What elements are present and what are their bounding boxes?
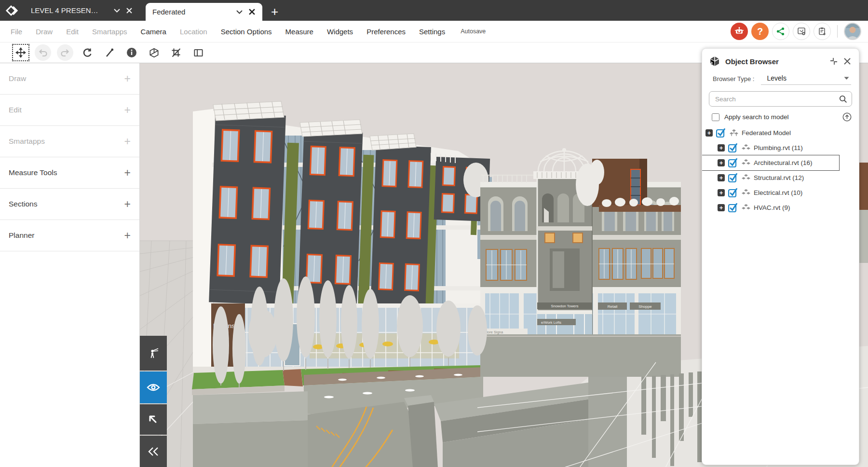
expand-node-icon[interactable]: + xyxy=(718,174,725,181)
tree-row-hvac[interactable]: + HVAC.rvt (9) xyxy=(702,200,859,215)
menu-section-options[interactable]: Section Options xyxy=(221,27,272,36)
expand-plus-icon: + xyxy=(124,135,131,148)
walk-mode-icon[interactable] xyxy=(140,336,167,371)
share-icon[interactable] xyxy=(772,23,789,40)
object-browser-header: Object Browser xyxy=(702,49,859,72)
tree-row-structural[interactable]: + Structural.rvt (12) xyxy=(702,170,859,185)
chevron-down-icon[interactable] xyxy=(235,8,243,16)
undo-icon[interactable] xyxy=(35,44,51,61)
menu-settings[interactable]: Settings xyxy=(419,27,445,36)
search-input[interactable] xyxy=(715,96,839,103)
expand-plus-icon: + xyxy=(124,198,131,211)
sidebar-section-draw[interactable]: Draw + xyxy=(0,63,139,95)
measure-pin-icon[interactable] xyxy=(101,44,118,61)
tab-bar: LEVEL 4 PRESEN… Federated + xyxy=(0,0,868,21)
model-icon xyxy=(741,204,751,212)
move-tool-icon[interactable] xyxy=(13,44,29,61)
visibility-checkbox[interactable] xyxy=(716,128,726,138)
browser-type-value: Levels xyxy=(767,74,844,82)
object-browser-panel: Object Browser Browser Type : Levels xyxy=(702,48,859,465)
menu-bar: File Draw Edit Smartapps Camera Location… xyxy=(0,21,868,42)
user-avatar[interactable] xyxy=(844,23,861,40)
help-icon[interactable]: ? xyxy=(751,23,769,40)
divider xyxy=(837,25,838,38)
app-logo-icon[interactable] xyxy=(0,0,24,21)
sidebar-section-planner[interactable]: Planner + xyxy=(0,220,139,251)
split-view-icon[interactable] xyxy=(190,44,206,61)
select-arrow-icon[interactable] xyxy=(140,404,167,435)
rotate-icon[interactable] xyxy=(79,44,95,61)
expand-node-icon[interactable]: + xyxy=(718,189,725,196)
close-panel-icon[interactable] xyxy=(843,57,851,65)
browser-type-select[interactable]: Levels xyxy=(761,73,851,85)
browser-type-label: Browser Type : xyxy=(713,75,754,82)
expand-plus-icon: + xyxy=(124,229,131,242)
tab-label: LEVEL 4 PRESEN… xyxy=(31,6,108,14)
new-tab-button[interactable]: + xyxy=(271,5,278,18)
expand-plus-icon: + xyxy=(124,72,131,85)
visibility-checkbox[interactable] xyxy=(728,173,738,183)
menu-widgets[interactable]: Widgets xyxy=(327,27,353,36)
search-box xyxy=(709,91,852,107)
model-icon xyxy=(741,144,751,152)
tab-level4-presentation[interactable]: LEVEL 4 PRESEN… xyxy=(24,0,140,21)
search-icon[interactable] xyxy=(839,95,847,103)
tree-row-federated-model[interactable]: + Federated Model xyxy=(702,125,859,140)
cube-icon[interactable] xyxy=(146,44,162,61)
menu-draw[interactable]: Draw xyxy=(36,27,53,36)
apply-search-label: Apply search to model xyxy=(724,113,838,121)
apply-search-checkbox[interactable] xyxy=(712,113,719,121)
bot-icon[interactable] xyxy=(731,23,748,40)
menu-camera[interactable]: Camera xyxy=(141,27,166,36)
header-icon-group: ? xyxy=(731,23,861,40)
clipboard-add-icon[interactable] xyxy=(814,23,831,40)
expand-node-icon[interactable]: + xyxy=(718,204,725,211)
towers-sign: Snowdon Towers xyxy=(551,304,579,308)
menu-location[interactable]: Location xyxy=(180,27,207,36)
lofts-sign: e/Work Lofts xyxy=(541,320,561,325)
visibility-checkbox[interactable] xyxy=(728,143,738,153)
visibility-checkbox[interactable] xyxy=(728,158,738,168)
left-sidebar: Draw + Edit + Smartapps + Measure Tools … xyxy=(0,63,140,467)
visibility-icon[interactable] xyxy=(140,371,167,403)
sidebar-section-measure-tools[interactable]: Measure Tools + xyxy=(0,157,139,189)
close-tab-icon[interactable] xyxy=(248,8,256,16)
menu-preferences[interactable]: Preferences xyxy=(366,27,406,36)
redo-icon[interactable] xyxy=(57,44,73,61)
viewport-mode-toolbar xyxy=(140,335,167,467)
facade-panel-1 xyxy=(209,113,286,305)
collapse-panel-icon[interactable] xyxy=(140,436,167,467)
tree-row-plumbing[interactable]: + Plumbing.rvt (11) xyxy=(702,140,859,155)
sidebar-section-sections[interactable]: Sections + xyxy=(0,189,139,220)
shoppe-sign: Shoppe xyxy=(638,304,652,309)
expand-node-icon[interactable]: + xyxy=(705,129,713,137)
retail-sign: Retail xyxy=(608,304,618,309)
model-icon xyxy=(741,189,751,197)
tree-row-electrical[interactable]: + Electrical.rvt (10) xyxy=(702,185,859,200)
dock-panel-icon[interactable] xyxy=(829,57,839,66)
model-tree: + Federated Model + xyxy=(702,125,859,215)
expand-node-icon[interactable]: + xyxy=(718,144,725,151)
expand-node-icon[interactable]: + xyxy=(718,159,725,166)
crop-disabled-icon[interactable] xyxy=(168,44,184,61)
menu-file[interactable]: File xyxy=(11,27,22,36)
chevron-down-icon[interactable] xyxy=(113,7,121,14)
facade-panel-3 xyxy=(370,145,431,310)
menu-edit[interactable]: Edit xyxy=(66,27,79,36)
upload-circle-icon[interactable] xyxy=(842,112,852,122)
close-tab-icon[interactable] xyxy=(125,7,133,14)
expand-plus-icon: + xyxy=(124,166,131,179)
menu-measure[interactable]: Measure xyxy=(285,27,313,36)
browser-type-row: Browser Type : Levels xyxy=(713,73,851,85)
tab-label: Federated xyxy=(152,8,231,16)
tab-federated[interactable]: Federated xyxy=(146,3,262,21)
tree-row-architectural[interactable]: + Architectural.rvt (16) xyxy=(702,155,839,170)
sidebar-section-edit[interactable]: Edit + xyxy=(0,95,139,126)
visibility-checkbox[interactable] xyxy=(728,203,738,213)
menu-smartapps[interactable]: Smartapps xyxy=(92,27,127,36)
info-icon[interactable] xyxy=(123,44,140,61)
visibility-checkbox[interactable] xyxy=(728,188,738,198)
store-signage: Store Signa xyxy=(484,330,503,334)
sidebar-section-smartapps[interactable]: Smartapps + xyxy=(0,126,139,157)
markup-icon[interactable] xyxy=(793,23,810,40)
